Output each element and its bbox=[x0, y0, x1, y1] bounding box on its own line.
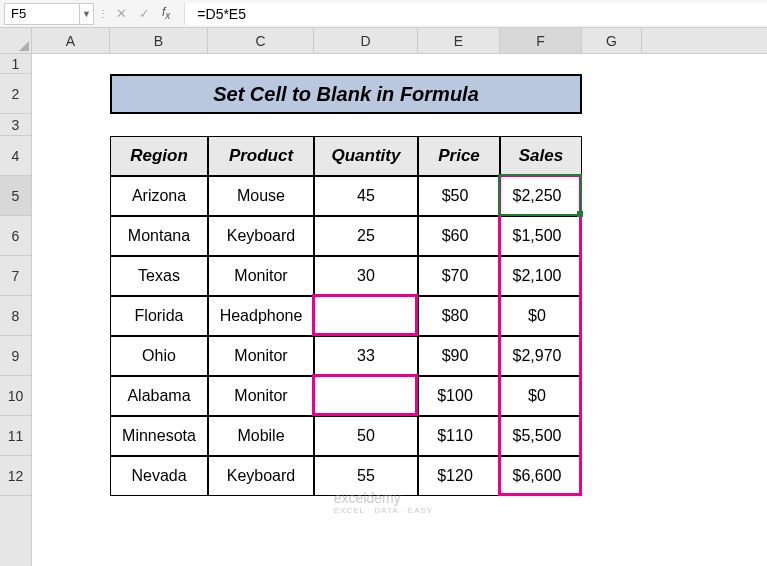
header-sales[interactable]: Sales bbox=[500, 136, 582, 176]
column-header-D[interactable]: D bbox=[314, 28, 418, 53]
formula-bar-icons: ✕ ✓ fx bbox=[106, 5, 180, 21]
row-header-4[interactable]: 4 bbox=[0, 136, 31, 176]
row-header-3[interactable]: 3 bbox=[0, 114, 31, 136]
cell-price-2[interactable]: $70 bbox=[418, 256, 500, 296]
column-header-F[interactable]: F bbox=[500, 28, 582, 53]
row-header-5[interactable]: 5 bbox=[0, 176, 31, 216]
confirm-icon[interactable]: ✓ bbox=[139, 6, 150, 21]
name-box[interactable]: F5 ▼ bbox=[4, 3, 94, 25]
fx-icon[interactable]: fx bbox=[162, 5, 170, 21]
cell-region-5[interactable]: Alabama bbox=[110, 376, 208, 416]
cell-sales-0[interactable]: $2,250 bbox=[500, 176, 582, 216]
cell-region-0[interactable]: Arizona bbox=[110, 176, 208, 216]
cancel-icon[interactable]: ✕ bbox=[116, 6, 127, 21]
row-headers: 123456789101112 bbox=[0, 54, 32, 566]
column-headers: ABCDEFG bbox=[32, 28, 767, 54]
cell-quantity-1[interactable]: 25 bbox=[314, 216, 418, 256]
row-header-7[interactable]: 7 bbox=[0, 256, 31, 296]
cell-region-1[interactable]: Montana bbox=[110, 216, 208, 256]
cell-sales-6[interactable]: $5,500 bbox=[500, 416, 582, 456]
cell-quantity-6[interactable]: 50 bbox=[314, 416, 418, 456]
cell-product-4[interactable]: Monitor bbox=[208, 336, 314, 376]
header-product[interactable]: Product bbox=[208, 136, 314, 176]
cell-region-7[interactable]: Nevada bbox=[110, 456, 208, 496]
cell-quantity-3[interactable] bbox=[314, 296, 418, 336]
cell-quantity-2[interactable]: 30 bbox=[314, 256, 418, 296]
column-header-B[interactable]: B bbox=[110, 28, 208, 53]
title-cell[interactable]: Set Cell to Blank in Formula bbox=[110, 74, 582, 114]
cell-sales-5[interactable]: $0 bbox=[500, 376, 582, 416]
header-region[interactable]: Region bbox=[110, 136, 208, 176]
column-header-C[interactable]: C bbox=[208, 28, 314, 53]
cell-price-6[interactable]: $110 bbox=[418, 416, 500, 456]
column-header-E[interactable]: E bbox=[418, 28, 500, 53]
cell-region-2[interactable]: Texas bbox=[110, 256, 208, 296]
cell-sales-7[interactable]: $6,600 bbox=[500, 456, 582, 496]
cell-region-3[interactable]: Florida bbox=[110, 296, 208, 336]
cell-price-4[interactable]: $90 bbox=[418, 336, 500, 376]
formula-text: =D5*E5 bbox=[197, 6, 246, 22]
cell-sales-3[interactable]: $0 bbox=[500, 296, 582, 336]
cell-product-2[interactable]: Monitor bbox=[208, 256, 314, 296]
sheet-grid[interactable]: Set Cell to Blank in FormulaRegionProduc… bbox=[32, 54, 767, 566]
cell-quantity-4[interactable]: 33 bbox=[314, 336, 418, 376]
column-header-A[interactable]: A bbox=[32, 28, 110, 53]
cell-product-6[interactable]: Mobile bbox=[208, 416, 314, 456]
cell-product-0[interactable]: Mouse bbox=[208, 176, 314, 216]
name-box-value: F5 bbox=[11, 6, 26, 21]
cell-sales-4[interactable]: $2,970 bbox=[500, 336, 582, 376]
cell-price-5[interactable]: $100 bbox=[418, 376, 500, 416]
formula-input[interactable]: =D5*E5 bbox=[184, 3, 767, 25]
cell-product-1[interactable]: Keyboard bbox=[208, 216, 314, 256]
header-price[interactable]: Price bbox=[418, 136, 500, 176]
formula-bar: F5 ▼ ⋮ ✕ ✓ fx =D5*E5 bbox=[0, 0, 767, 28]
cell-region-6[interactable]: Minnesota bbox=[110, 416, 208, 456]
row-header-6[interactable]: 6 bbox=[0, 216, 31, 256]
cell-quantity-7[interactable]: 55 bbox=[314, 456, 418, 496]
cell-price-1[interactable]: $60 bbox=[418, 216, 500, 256]
cell-sales-1[interactable]: $1,500 bbox=[500, 216, 582, 256]
cell-price-7[interactable]: $120 bbox=[418, 456, 500, 496]
row-header-9[interactable]: 9 bbox=[0, 336, 31, 376]
row-header-2[interactable]: 2 bbox=[0, 74, 31, 114]
cell-price-0[interactable]: $50 bbox=[418, 176, 500, 216]
name-box-dropdown-icon[interactable]: ▼ bbox=[79, 4, 93, 24]
select-all-corner[interactable] bbox=[0, 28, 32, 54]
cell-product-7[interactable]: Keyboard bbox=[208, 456, 314, 496]
cell-price-3[interactable]: $80 bbox=[418, 296, 500, 336]
row-header-8[interactable]: 8 bbox=[0, 296, 31, 336]
column-header-G[interactable]: G bbox=[582, 28, 642, 53]
cell-quantity-5[interactable] bbox=[314, 376, 418, 416]
header-quantity[interactable]: Quantity bbox=[314, 136, 418, 176]
cell-product-3[interactable]: Headphone bbox=[208, 296, 314, 336]
row-header-12[interactable]: 12 bbox=[0, 456, 31, 496]
cell-sales-2[interactable]: $2,100 bbox=[500, 256, 582, 296]
cell-product-5[interactable]: Monitor bbox=[208, 376, 314, 416]
row-header-10[interactable]: 10 bbox=[0, 376, 31, 416]
cell-quantity-0[interactable]: 45 bbox=[314, 176, 418, 216]
row-header-11[interactable]: 11 bbox=[0, 416, 31, 456]
row-header-1[interactable]: 1 bbox=[0, 54, 31, 74]
cell-region-4[interactable]: Ohio bbox=[110, 336, 208, 376]
